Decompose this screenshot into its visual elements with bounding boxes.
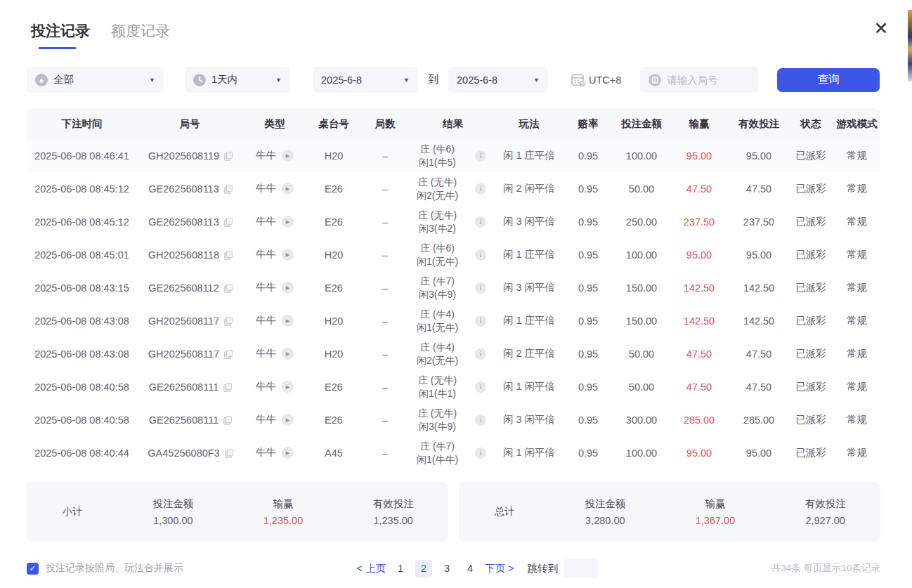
jump-to-page-input[interactable] xyxy=(564,559,598,578)
background-artwork-sliver xyxy=(908,10,912,81)
next-page-button[interactable]: 下页 > xyxy=(485,562,514,575)
copy-icon[interactable] xyxy=(225,449,232,457)
info-icon[interactable]: i xyxy=(475,414,486,426)
column-header-odds: 赔率 xyxy=(562,117,614,131)
play-video-icon[interactable]: ▶ xyxy=(282,216,294,228)
play-video-icon[interactable]: ▶ xyxy=(282,249,294,261)
info-icon[interactable]: i xyxy=(475,315,486,327)
total-box: 总计 投注金额 3,280.00 输赢 1,367.00 有效投注 2,927.… xyxy=(459,482,880,542)
play-video-icon[interactable]: ▶ xyxy=(282,414,294,426)
result-banker: 庄 (牛7) xyxy=(420,440,455,452)
cell-game-type: 牛牛 ▶ xyxy=(242,347,307,360)
cell-odds: 0.95 xyxy=(562,249,614,261)
play-video-icon[interactable]: ▶ xyxy=(282,183,294,195)
info-icon[interactable]: i xyxy=(475,381,486,393)
copy-icon[interactable] xyxy=(223,416,230,424)
merge-display-checkbox[interactable]: ✓ xyxy=(27,563,39,575)
date-from-select[interactable]: 2025-6-8 ▼ xyxy=(313,67,418,93)
column-header-status: 状态 xyxy=(788,117,833,131)
result-banker: 庄 (牛4) xyxy=(420,341,455,353)
cell-game-mode: 常规 xyxy=(833,281,880,294)
cell-round-id: GA45256080F3 xyxy=(137,447,242,459)
total-bet: 投注金额 3,280.00 xyxy=(550,497,660,526)
copy-icon[interactable] xyxy=(224,284,231,292)
subtotal-valid: 有效投注 1,235.00 xyxy=(338,497,448,526)
result-player: 闲3(牛2) xyxy=(419,222,456,235)
subtotal-box: 小计 投注金额 1,300.00 输赢 1,235.00 有效投注 1,235.… xyxy=(27,482,448,542)
copy-icon[interactable] xyxy=(224,152,231,160)
round-number-field[interactable] xyxy=(640,67,758,93)
record-count-info: 共34条 每页显示10条记录 xyxy=(771,562,880,575)
game-type-text: 牛牛 xyxy=(256,380,276,393)
info-icon[interactable]: i xyxy=(475,183,486,195)
bet-records-modal: ✕ 投注记录 额度记录 ♠ 全部 ▼ 1天内 ▼ 2025-6-8 xyxy=(0,0,912,588)
cell-result-info: i xyxy=(465,348,496,360)
tab-bet-records[interactable]: 投注记录 xyxy=(31,21,90,49)
pagination: < 上页 1 2 3 4 下页 > 跳转到 xyxy=(183,559,771,578)
page-button-4[interactable]: 4 xyxy=(462,560,478,577)
cell-result: 庄 (无牛) 闲2(无牛) xyxy=(410,176,465,202)
cell-table-no: A45 xyxy=(307,447,360,459)
prev-page-button[interactable]: < 上页 xyxy=(357,562,386,575)
filter-bar: ♠ 全部 ▼ 1天内 ▼ 2025-6-8 ▼ 到 2025-6-8 ▼ xyxy=(27,67,880,93)
cell-round-id: GH2025608117 xyxy=(137,348,242,360)
cell-result-info: i xyxy=(465,315,496,327)
copy-icon[interactable] xyxy=(224,218,231,226)
info-icon[interactable]: i xyxy=(475,249,486,261)
table-row: 2025-06-08 08:40:58 GE2625608111 牛牛 ▶ E2… xyxy=(27,403,880,436)
cell-round-id: GE2625608111 xyxy=(137,414,242,426)
time-range-select[interactable]: 1天内 ▼ xyxy=(185,67,290,93)
tab-quota-records[interactable]: 额度记录 xyxy=(111,21,170,49)
cell-game-type: 牛牛 ▶ xyxy=(242,248,307,261)
cell-game-type: 牛牛 ▶ xyxy=(242,413,307,426)
cell-bet-time: 2025-06-08 08:43:15 xyxy=(27,282,137,294)
cell-win-loss: 95.00 xyxy=(669,447,729,459)
cell-win-loss: 142.50 xyxy=(669,315,729,327)
info-icon[interactable]: i xyxy=(475,348,486,360)
cell-bet-time: 2025-06-08 08:45:01 xyxy=(27,249,137,261)
game-category-select[interactable]: ♠ 全部 ▼ xyxy=(27,67,164,93)
total-count-text: 共34条 xyxy=(771,563,801,573)
copy-icon[interactable] xyxy=(224,185,231,193)
play-video-icon[interactable]: ▶ xyxy=(282,282,294,294)
date-to-select[interactable]: 2025-6-8 ▼ xyxy=(448,67,548,93)
info-icon[interactable]: i xyxy=(475,150,486,162)
result-player: 闲1(牛牛) xyxy=(417,453,458,466)
cell-odds: 0.95 xyxy=(562,348,614,360)
cell-status: 已派彩 xyxy=(788,380,833,393)
copy-icon[interactable] xyxy=(223,383,230,391)
table-body: 2025-06-08 08:46:41 GH2025608119 牛牛 ▶ H2… xyxy=(27,139,880,469)
play-video-icon[interactable]: ▶ xyxy=(282,150,294,162)
page-button-1[interactable]: 1 xyxy=(392,560,409,577)
subtotal-win-label: 输赢 xyxy=(228,497,339,511)
cell-valid-bet: 285.00 xyxy=(729,414,788,426)
cell-rounds: – xyxy=(360,414,410,426)
jump-to-label: 跳转到 xyxy=(528,562,559,575)
cell-game-type: 牛牛 ▶ xyxy=(242,149,307,162)
info-icon[interactable]: i xyxy=(475,282,486,294)
cell-win-loss: 95.00 xyxy=(669,150,729,162)
info-icon[interactable]: i xyxy=(475,447,486,459)
table-row: 2025-06-08 08:43:15 GE2625608112 牛牛 ▶ E2… xyxy=(27,271,880,304)
table-row: 2025-06-08 08:40:44 GA45256080F3 牛牛 ▶ A4… xyxy=(27,436,880,469)
timezone-display[interactable]: UTC+8 xyxy=(571,72,621,88)
game-type-text: 牛牛 xyxy=(256,314,276,327)
calendar-icon xyxy=(571,72,586,88)
round-number-input[interactable] xyxy=(667,74,744,86)
cell-play: 闲 3 闲平倍 xyxy=(496,281,562,294)
page-button-3[interactable]: 3 xyxy=(438,560,455,577)
copy-icon[interactable] xyxy=(224,317,231,325)
play-video-icon[interactable]: ▶ xyxy=(282,447,294,459)
play-video-icon[interactable]: ▶ xyxy=(282,381,294,393)
play-video-icon[interactable]: ▶ xyxy=(282,348,294,360)
copy-icon[interactable] xyxy=(224,350,231,358)
subtotal-win: 输赢 1,235.00 xyxy=(228,497,339,526)
query-button[interactable]: 查询 xyxy=(777,68,880,92)
cell-result-info: i xyxy=(465,447,496,459)
cell-odds: 0.95 xyxy=(562,183,614,195)
info-icon[interactable]: i xyxy=(475,216,486,228)
play-video-icon[interactable]: ▶ xyxy=(282,315,294,327)
close-icon[interactable]: ✕ xyxy=(871,18,891,38)
page-button-2-active[interactable]: 2 xyxy=(415,560,432,577)
copy-icon[interactable] xyxy=(224,251,231,259)
